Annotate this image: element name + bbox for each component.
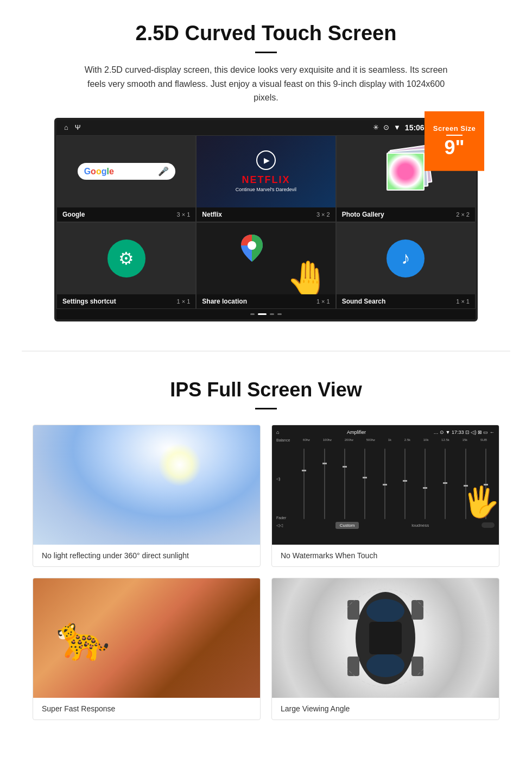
- slider-5[interactable]: [384, 449, 385, 519]
- slider-3[interactable]: [344, 449, 345, 519]
- google-logo: Google: [84, 167, 114, 176]
- settings-icon-wrap: ⚙: [107, 239, 145, 277]
- sound-search-footer: Sound Search 1 × 1: [337, 294, 475, 308]
- netflix-app-size: 3 × 2: [316, 211, 330, 218]
- dot-1[interactable]: [250, 313, 255, 315]
- settings-content: ⚙: [57, 223, 195, 294]
- device-frame: ⌂ Ψ ✳ ⊙ ▼ 15:06 ⊡ ◁) ⊠ ▭: [54, 118, 478, 321]
- location-icon: ⊙: [383, 123, 389, 131]
- amp-footer: ◁◁ Custom loudness: [276, 522, 495, 529]
- feature-card-cheetah: 🐆 Super Fast Response: [33, 578, 261, 720]
- feature-card-amplifier: ⌂ Amplifier … ⊙ ▼ 17:33 ⊡ ◁) ⊠ ▭ ← Balan…: [271, 425, 499, 567]
- amp-body: Balance ◁) Fader 60hz100hz200hz500hz1k2.…: [276, 438, 495, 520]
- slider-6[interactable]: [404, 449, 406, 519]
- amp-title: Amplifier: [347, 430, 366, 435]
- sound-search-app-name: Sound Search: [342, 298, 386, 305]
- badge-label: Screen Size: [433, 124, 476, 133]
- slider-8[interactable]: [445, 449, 446, 519]
- amp-header: ⌂ Amplifier … ⊙ ▼ 17:33 ⊡ ◁) ⊠ ▭ ←: [276, 430, 495, 435]
- car-image: [272, 578, 499, 698]
- cheetah-image: 🐆: [33, 578, 260, 698]
- svg-rect-6: [411, 600, 423, 620]
- slider-4[interactable]: [364, 449, 365, 519]
- cheetah-caption: Super Fast Response: [33, 698, 260, 720]
- netflix-content: NETFLIX Continue Marvel's Daredevil: [197, 136, 335, 207]
- page-divider: [22, 351, 510, 351]
- device-wrapper: Screen Size 9" ⌂ Ψ ✳ ⊙ ▼ 15:06 ⊡ ◁) ⊠: [54, 118, 478, 321]
- dot-3[interactable]: [270, 313, 274, 315]
- status-left: ⌂ Ψ: [64, 123, 81, 131]
- photo-stack: [381, 147, 430, 196]
- photo-gallery-app-size: 2 × 2: [456, 211, 470, 218]
- svg-rect-4: [369, 622, 402, 654]
- home-icon[interactable]: ⌂: [64, 123, 68, 131]
- google-app-size: 3 × 1: [177, 211, 191, 218]
- loudness-toggle[interactable]: [482, 522, 495, 528]
- music-note-icon: ♪: [401, 248, 410, 268]
- badge-size: 9": [444, 138, 464, 157]
- photo-gallery-app-name: Photo Gallery: [342, 211, 384, 218]
- google-mic-icon[interactable]: 🎤: [158, 166, 169, 176]
- app-cell-netflix[interactable]: NETFLIX Continue Marvel's Daredevil Netf…: [196, 135, 335, 222]
- sound-search-content: ♪: [337, 223, 475, 294]
- section-ips: IPS Full Screen View No light reflecting…: [0, 368, 532, 742]
- app-cell-sound-search[interactable]: ♪ Sound Search 1 × 1: [336, 222, 476, 309]
- dot-2-active[interactable]: [258, 313, 267, 315]
- share-location-app-size: 1 × 1: [316, 298, 330, 305]
- amp-icons: … ⊙ ▼ 17:33 ⊡ ◁) ⊠ ▭ ←: [434, 430, 495, 435]
- svg-rect-8: [411, 657, 423, 676]
- sunlight-image: [33, 425, 260, 545]
- cheetah-icon: 🐆: [56, 613, 110, 664]
- amp-sliders: 60hz100hz200hz500hz1k2.5k10k12.5k15kSUB: [295, 438, 495, 520]
- maps-icon: [240, 234, 264, 265]
- feature-card-sunlight: No light reflecting under 360° direct su…: [33, 425, 261, 567]
- google-content: Google 🎤: [57, 136, 195, 207]
- settings-app-name: Settings shortcut: [62, 298, 116, 305]
- amp-labels: Balance ◁) Fader: [276, 438, 292, 520]
- slider-7[interactable]: [425, 449, 426, 519]
- netflix-app-name: Netflix: [202, 211, 222, 218]
- hand-touch-icon: 🤚: [286, 258, 330, 294]
- loudness-label: loudness: [411, 523, 429, 528]
- svg-rect-5: [347, 600, 359, 620]
- section2-title: IPS Full Screen View: [33, 379, 499, 401]
- amp-home-icon: ⌂: [276, 430, 279, 435]
- settings-app-size: 1 × 1: [177, 298, 191, 305]
- feature-card-car: Large Viewing Angle: [271, 578, 499, 720]
- freq-labels: 60hz100hz200hz500hz1k2.5k10k12.5k15kSUB: [295, 438, 495, 441]
- section-curved-touch: 2.5D Curved Touch Screen With 2.5D curve…: [0, 0, 532, 335]
- car-top-view-svg: [342, 584, 429, 692]
- share-location-app-name: Share location: [202, 298, 247, 305]
- section1-title: 2.5D Curved Touch Screen: [33, 22, 499, 45]
- google-widget[interactable]: Google 🎤: [78, 163, 175, 180]
- app-cell-settings[interactable]: ⚙ Settings shortcut 1 × 1: [56, 222, 196, 309]
- section1-divider: [255, 52, 277, 53]
- badge-divider: [446, 135, 463, 136]
- photo-card-3: [387, 153, 425, 191]
- app-cell-google[interactable]: Google 🎤 Google 3 × 1: [56, 135, 196, 222]
- netflix-footer: Netflix 3 × 2: [197, 207, 335, 222]
- status-bar: ⌂ Ψ ✳ ⊙ ▼ 15:06 ⊡ ◁) ⊠ ▭: [56, 120, 476, 135]
- app-grid-row2: ⚙ Settings shortcut 1 × 1: [56, 222, 476, 309]
- screen-size-badge: Screen Size 9": [425, 111, 484, 171]
- car-caption: Large Viewing Angle: [272, 698, 499, 720]
- netflix-play-button[interactable]: [256, 150, 276, 170]
- custom-button[interactable]: Custom: [335, 522, 359, 529]
- app-cell-share-location[interactable]: 🤚 Share location 1 × 1: [196, 222, 335, 309]
- google-app-name: Google: [62, 211, 85, 218]
- section2-divider: [255, 408, 277, 409]
- amp-back-icon[interactable]: ◁◁: [276, 523, 283, 528]
- svg-point-3: [366, 653, 404, 677]
- share-location-content: 🤚: [197, 223, 335, 294]
- share-location-footer: Share location 1 × 1: [197, 294, 335, 308]
- svg-point-0: [248, 241, 256, 250]
- slider-1[interactable]: [303, 449, 305, 519]
- sunlight-caption: No light reflecting under 360° direct su…: [33, 545, 260, 566]
- pagination-dots: [56, 309, 476, 319]
- sound-search-app-size: 1 × 1: [456, 298, 470, 305]
- dot-4[interactable]: [277, 313, 282, 315]
- netflix-logo: NETFLIX: [242, 174, 290, 186]
- slider-2[interactable]: [324, 449, 325, 519]
- svg-rect-7: [347, 657, 359, 676]
- sound-icon-wrap: ♪: [387, 239, 425, 277]
